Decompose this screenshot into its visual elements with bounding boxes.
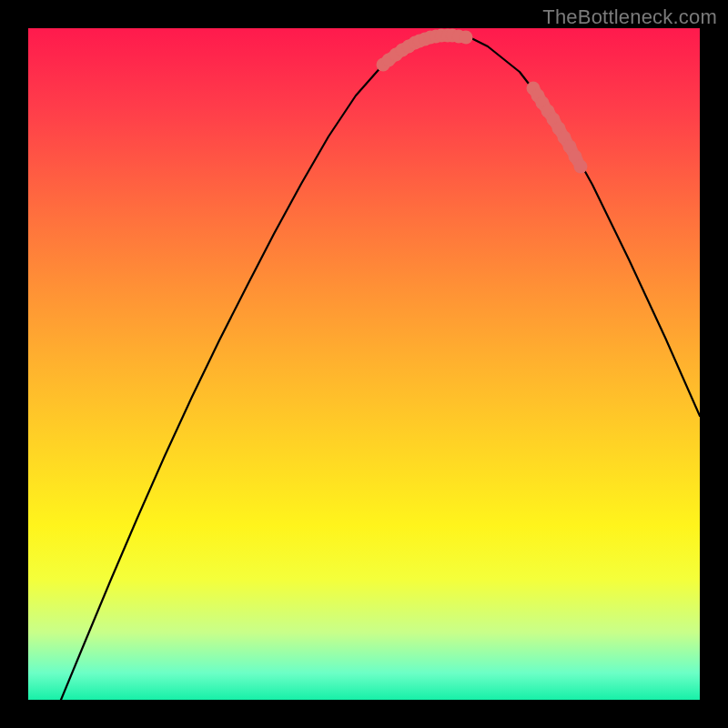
watermark-text: TheBottleneck.com bbox=[542, 5, 717, 29]
marker-marker-band-left bbox=[460, 31, 473, 45]
plot-area bbox=[28, 28, 700, 700]
chart-svg bbox=[28, 28, 700, 700]
chart-frame: TheBottleneck.com bbox=[0, 0, 728, 728]
marker-marker-band-right bbox=[574, 160, 588, 174]
curve-bottleneck-curve bbox=[61, 35, 700, 700]
